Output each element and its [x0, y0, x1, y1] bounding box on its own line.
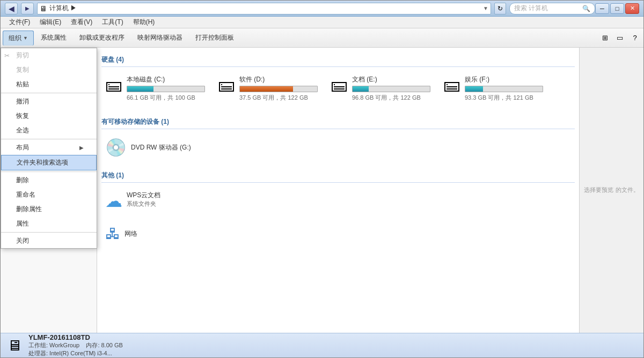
- uninstall-label: 卸载或更改程序: [79, 33, 125, 42]
- dvd-info: DVD RW 驱动器 (G:): [131, 143, 191, 152]
- network-item[interactable]: 🖧 网络: [101, 221, 575, 247]
- drive-c[interactable]: 🖴 本地磁盘 (C:) 66.1 GB 可用，共 100 GB: [101, 71, 209, 106]
- menu-tools[interactable]: 工具(T): [98, 17, 127, 28]
- wps-cloud-info: WPS云文档 系统文件夹: [127, 191, 160, 208]
- drive-c-bar-container: [127, 86, 205, 92]
- title-bar: ◀ ▶ 🖥 计算机 ▶ ▼ ↻ 搜索 计算机 🔍 ─ □ ✕: [1, 1, 643, 17]
- help-button[interactable]: ?: [628, 32, 641, 44]
- forward-button[interactable]: ▶: [21, 3, 34, 14]
- title-bar-left: ◀ ▶ 🖥 计算机 ▶ ▼ ↻ 搜索 计算机 🔍: [5, 3, 595, 14]
- cut-label: 剪切: [16, 51, 29, 60]
- drive-c-bar-fill: [127, 86, 153, 92]
- dropdown-rename[interactable]: 重命名: [1, 188, 97, 202]
- map-drive-button[interactable]: 映射网络驱动器: [131, 31, 188, 46]
- drive-e-bar-container: [352, 86, 430, 92]
- drive-d-info: 软件 (D:) 37.5 GB 可用，共 122 GB: [239, 75, 318, 102]
- select-all-label: 全选: [16, 126, 29, 135]
- drive-f-info: 娱乐 (F:) 93.3 GB 可用，共 121 GB: [465, 75, 543, 102]
- undo-label: 撤消: [16, 97, 29, 106]
- dropdown-redo[interactable]: 恢复: [1, 109, 97, 123]
- rename-label: 重命名: [16, 190, 35, 199]
- open-panel-label: 打开控制面板: [195, 33, 234, 42]
- menu-bar: 文件(F) 编辑(E) 查看(V) 工具(T) 帮助(H): [1, 17, 643, 28]
- dvd-drive[interactable]: 💿 DVD RW 驱动器 (G:): [101, 133, 575, 161]
- main-content: 硬盘 (4) 🖴 本地磁盘 (C:) 66.1 GB 可用，共 100 GB: [97, 48, 579, 333]
- drive-e[interactable]: 🖴 文档 (E:) 96.8 GB 可用，共 122 GB: [327, 71, 434, 106]
- separator-1: [1, 93, 97, 93]
- status-workgroup-text: 工作组: WorkGroup: [28, 342, 79, 348]
- address-dropdown-arrow[interactable]: ▼: [483, 5, 488, 11]
- drive-f-stats: 93.3 GB 可用，共 121 GB: [465, 94, 543, 102]
- status-processor-text: 处理器: Intel(R) Core(TM) i3-4...: [28, 350, 112, 356]
- status-info: YLMF-20161108TD 工作组: WorkGroup 内存: 8.00 …: [28, 333, 123, 357]
- drive-e-bar-fill: [353, 86, 369, 92]
- menu-file[interactable]: 文件(F): [5, 17, 34, 28]
- drive-d-stats: 37.5 GB 可用，共 122 GB: [239, 94, 318, 102]
- view-toggle-button[interactable]: ⊞: [598, 32, 611, 44]
- dvd-icon: 💿: [105, 137, 127, 158]
- uninstall-button[interactable]: 卸载或更改程序: [74, 31, 130, 46]
- search-bar[interactable]: 搜索 计算机 🔍: [509, 3, 595, 14]
- organize-dropdown-menu: ✂ 剪切 复制 粘贴 撤消 恢复 全选 布局: [1, 48, 97, 249]
- cut-icon: ✂: [4, 52, 10, 59]
- dropdown-copy[interactable]: 复制: [1, 63, 97, 77]
- refresh-button[interactable]: ↻: [494, 3, 506, 14]
- dropdown-properties[interactable]: 属性: [1, 217, 97, 231]
- organize-label: 组织: [9, 34, 21, 43]
- dropdown-paste[interactable]: 粘贴: [1, 77, 97, 92]
- preview-text: 选择要预览 的文件。: [584, 185, 639, 195]
- drive-e-info: 文档 (E:) 96.8 GB 可用，共 122 GB: [352, 75, 430, 102]
- remove-props-label: 删除属性: [16, 205, 42, 214]
- back-button[interactable]: ◀: [5, 3, 18, 14]
- search-icon[interactable]: 🔍: [582, 5, 590, 12]
- drive-f-bar-container: [465, 86, 543, 92]
- properties-label: 属性: [16, 219, 29, 228]
- address-bar[interactable]: 🖥 计算机 ▶ ▼: [37, 3, 491, 14]
- network-icon: 🖧: [105, 225, 120, 243]
- drive-c-stats: 66.1 GB 可用，共 100 GB: [127, 94, 205, 102]
- delete-label: 删除: [16, 176, 29, 185]
- dropdown-select-all[interactable]: 全选: [1, 123, 97, 138]
- separator-3: [1, 171, 97, 172]
- dropdown-layout[interactable]: 布局 ▶: [1, 140, 97, 155]
- drive-f-bar-fill: [465, 86, 483, 92]
- hard-disks-header: 硬盘 (4): [101, 52, 575, 67]
- dvd-name: DVD RW 驱动器 (G:): [131, 143, 191, 152]
- dropdown-close[interactable]: 关闭: [1, 234, 97, 248]
- drive-d[interactable]: 🖴 软件 (D:) 37.5 GB 可用，共 122 GB: [214, 71, 321, 106]
- dropdown-undo[interactable]: 撤消: [1, 94, 97, 109]
- preview-panel: 选择要预览 的文件。: [579, 48, 643, 333]
- status-computer-icon: 🖥: [7, 337, 22, 354]
- drive-c-info: 本地磁盘 (C:) 66.1 GB 可用，共 100 GB: [127, 75, 205, 102]
- dropdown-remove-props[interactable]: 删除属性: [1, 202, 97, 217]
- close-button[interactable]: ✕: [625, 3, 639, 14]
- copy-label: 复制: [16, 65, 29, 74]
- drive-e-stats: 96.8 GB 可用，共 122 GB: [352, 94, 430, 102]
- maximize-button[interactable]: □: [610, 3, 624, 14]
- system-props-button[interactable]: 系统属性: [35, 31, 72, 46]
- wps-cloud-item[interactable]: ☁ WPS云文档 系统文件夹: [101, 187, 575, 215]
- menu-view[interactable]: 查看(V): [67, 17, 97, 28]
- drives-grid: 🖴 本地磁盘 (C:) 66.1 GB 可用，共 100 GB 🖴 软件 (D:…: [101, 71, 575, 106]
- system-props-label: 系统属性: [41, 33, 67, 42]
- layout-arrow: ▶: [79, 145, 84, 151]
- close-label: 关闭: [16, 236, 29, 245]
- organize-button[interactable]: 组织 ▼: [3, 31, 34, 46]
- preview-toggle-button[interactable]: ▭: [613, 32, 626, 44]
- menu-edit[interactable]: 编辑(E): [35, 17, 65, 28]
- open-panel-button[interactable]: 打开控制面板: [189, 31, 240, 46]
- dropdown-delete[interactable]: 删除: [1, 173, 97, 188]
- map-drive-label: 映射网络驱动器: [137, 33, 182, 42]
- drive-d-name: 软件 (D:): [239, 75, 318, 84]
- drive-f[interactable]: 🖴 娱乐 (F:) 93.3 GB 可用，共 121 GB: [440, 71, 547, 106]
- minimize-button[interactable]: ─: [595, 3, 609, 14]
- separator-4: [1, 232, 97, 233]
- dropdown-cut[interactable]: ✂ 剪切: [1, 48, 97, 63]
- status-bar: 🖥 YLMF-20161108TD 工作组: WorkGroup 内存: 8.0…: [1, 333, 643, 357]
- drive-f-icon: 🖴: [443, 75, 460, 95]
- address-path: 计算机 ▶: [49, 4, 481, 13]
- organize-dropdown-arrow: ▼: [23, 35, 28, 41]
- menu-help[interactable]: 帮助(H): [129, 17, 159, 28]
- dropdown-folder-options[interactable]: 文件夹和搜索选项: [1, 155, 97, 170]
- drive-d-bar-container: [239, 86, 318, 92]
